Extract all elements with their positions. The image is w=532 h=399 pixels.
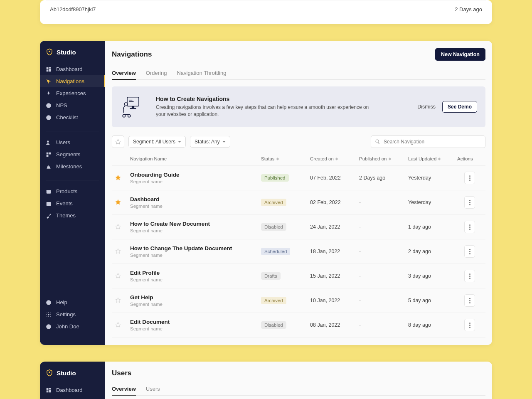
- status-badge: Drafts: [261, 272, 281, 280]
- sidebar-item-segments[interactable]: Segments: [40, 148, 105, 160]
- svg-rect-4: [47, 152, 49, 154]
- svg-point-21: [49, 372, 50, 373]
- calendar-icon: [46, 201, 52, 207]
- star-icon: [115, 224, 121, 229]
- milestones-icon: [46, 164, 52, 170]
- search-wrap: [371, 135, 485, 148]
- more-vertical-icon: [469, 276, 470, 277]
- dismiss-link[interactable]: Dismiss: [417, 104, 436, 110]
- svg-point-1: [46, 103, 51, 108]
- th-updated[interactable]: Last Updated: [408, 156, 454, 161]
- row-actions-button[interactable]: [464, 221, 475, 233]
- cursor-icon: [46, 79, 52, 84]
- table-row: Edit DocumentSegment nameDisabled08 Jan,…: [112, 313, 485, 337]
- favorites-filter-button[interactable]: [112, 135, 124, 148]
- tab-ordering[interactable]: Ordering: [146, 66, 167, 79]
- row-name-cell[interactable]: How to Create New DocumentSegment name: [130, 221, 258, 233]
- favorite-toggle[interactable]: [115, 273, 127, 280]
- nav-label: Checklist: [56, 114, 78, 121]
- sparkle-icon: [46, 91, 52, 96]
- see-demo-button[interactable]: See Demo: [442, 101, 477, 113]
- favorite-toggle[interactable]: [115, 175, 127, 182]
- new-navigation-button[interactable]: New Navigation: [435, 48, 485, 61]
- sidebar-item-navigations[interactable]: Navigations: [40, 396, 105, 399]
- row-name-cell[interactable]: Get HelpSegment name: [130, 294, 258, 307]
- row-name: How to Create New Document: [130, 221, 258, 227]
- segment-filter[interactable]: Segment: All Users: [128, 136, 186, 148]
- row-actions-button[interactable]: [464, 270, 475, 282]
- brand[interactable]: Studio: [40, 369, 105, 384]
- sidebar-item-products[interactable]: Products: [40, 185, 105, 197]
- search-input[interactable]: [371, 135, 485, 148]
- star-icon: [115, 248, 121, 254]
- th-created[interactable]: Created on: [310, 156, 356, 161]
- svg-point-11: [48, 314, 49, 315]
- row-actions-button[interactable]: [464, 245, 475, 258]
- nav-label: John Doe: [56, 323, 79, 330]
- row-status: Published: [261, 174, 307, 182]
- sidebar-item-settings[interactable]: Settings: [40, 308, 105, 320]
- products-icon: [46, 189, 52, 195]
- row-name-cell[interactable]: Edit ProfileSegment name: [130, 270, 258, 282]
- favorite-toggle[interactable]: [115, 224, 127, 231]
- favorite-toggle[interactable]: [115, 297, 127, 304]
- row-actions-button[interactable]: [464, 172, 475, 184]
- sidebar-item-experiences[interactable]: Experiences: [40, 87, 105, 99]
- favorite-toggle[interactable]: [115, 199, 127, 206]
- th-status[interactable]: Status: [261, 156, 307, 161]
- tab-users[interactable]: Users: [146, 382, 160, 395]
- segments-icon: [46, 152, 52, 158]
- row-name: Onboarding Guide: [130, 172, 258, 178]
- gear-icon: [46, 312, 52, 318]
- row-name-cell[interactable]: How to Change The Update DocumentSegment…: [130, 245, 258, 258]
- nav-footer: Help Settings John Doe: [40, 296, 105, 332]
- sidebar-item-users[interactable]: Users: [40, 136, 105, 148]
- sidebar-item-nps[interactable]: NPS: [40, 99, 105, 111]
- brand-icon: [46, 48, 53, 56]
- status-filter[interactable]: Status: Any: [190, 136, 230, 148]
- row-actions-button[interactable]: [464, 294, 475, 307]
- smile-icon: [46, 103, 52, 108]
- row-name-cell[interactable]: Edit DocumentSegment name: [130, 319, 258, 331]
- th-name[interactable]: Navigation Name: [130, 156, 258, 161]
- brand[interactable]: Studio: [40, 48, 105, 63]
- row-created: 07 Feb, 2022: [310, 175, 356, 181]
- sidebar-item-events[interactable]: Events: [40, 197, 105, 209]
- row-status: Archived: [261, 199, 307, 206]
- sidebar-item-checklist[interactable]: Checklist: [40, 111, 105, 123]
- main: Navigations New Navigation Overview Orde…: [105, 41, 492, 345]
- tab-overview[interactable]: Overview: [112, 66, 136, 79]
- sidebar-item-dashboard[interactable]: Dashboard: [40, 384, 105, 396]
- star-icon: [115, 139, 121, 145]
- row-name-cell[interactable]: Onboarding GuideSegment name: [130, 172, 258, 184]
- tab-navigation-throttling[interactable]: Navigation Throttling: [177, 66, 226, 79]
- table-row: Onboarding GuideSegment namePublished07 …: [112, 166, 485, 190]
- row-actions-button[interactable]: [464, 319, 475, 331]
- tab-overview[interactable]: Overview: [112, 382, 136, 395]
- banner-title: How to Create Navigations: [156, 96, 407, 102]
- sidebar-item-milestones[interactable]: Milestones: [40, 160, 105, 172]
- table: Navigation Name Status Created on Publis…: [112, 152, 485, 337]
- nav-group-1: Dashboard Navigations Experiences NPS Ch…: [40, 63, 105, 123]
- favorite-toggle[interactable]: [115, 322, 127, 329]
- sidebar-item-help[interactable]: Help: [40, 296, 105, 308]
- search-icon: [375, 139, 380, 145]
- banner-illustration-icon: [120, 94, 146, 120]
- sidebar-item-dashboard[interactable]: Dashboard: [40, 63, 105, 75]
- table-row: How to Change The Update DocumentSegment…: [112, 239, 485, 264]
- sidebar-item-navigations[interactable]: Navigations: [40, 75, 105, 87]
- row-actions-button[interactable]: [464, 196, 475, 209]
- row-name: How to Change The Update Document: [130, 245, 258, 251]
- brand-text: Studio: [57, 49, 76, 56]
- svg-rect-15: [130, 108, 136, 109]
- sidebar: Studio Dashboard Navigations Experiences: [40, 41, 105, 345]
- row-actions: [457, 270, 482, 282]
- sidebar-item-profile[interactable]: John Doe: [40, 320, 105, 332]
- nav-label: NPS: [56, 102, 67, 108]
- status-badge: Archived: [261, 297, 286, 304]
- row-name-cell[interactable]: DashboardSegment name: [130, 196, 258, 209]
- favorite-toggle[interactable]: [115, 248, 127, 255]
- sidebar-item-themes[interactable]: Themes: [40, 209, 105, 222]
- star-icon: [115, 322, 121, 328]
- th-published[interactable]: Published on: [359, 156, 405, 161]
